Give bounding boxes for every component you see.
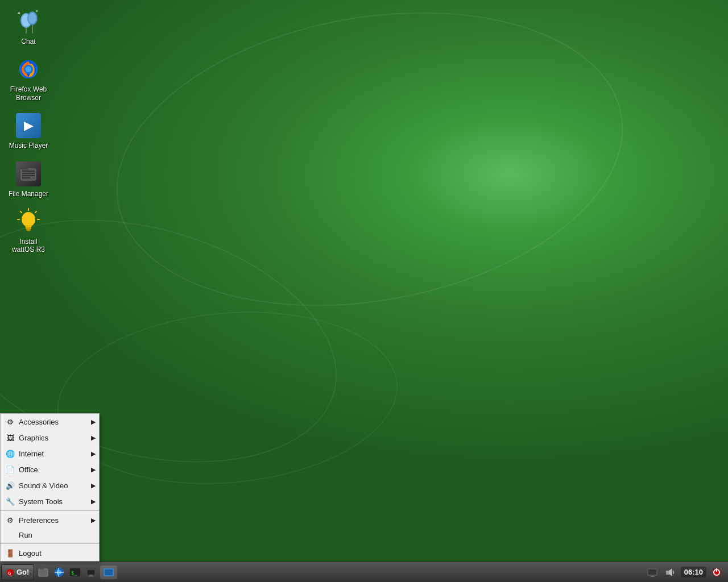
svg-rect-16	[22, 175, 35, 176]
internet-label: Internet	[19, 450, 44, 458]
accessories-icon: ⚙	[5, 417, 15, 427]
graphics-icon: 🖼	[5, 433, 15, 443]
clock-display: 06:10	[681, 567, 706, 577]
svg-rect-44	[648, 569, 656, 575]
desktop-icon-file-manager[interactable]: File Manager	[6, 158, 51, 200]
menu-item-office[interactable]: 📄 Office ▶	[1, 462, 99, 477]
taskbar-icon-app[interactable]	[100, 566, 117, 579]
svg-point-3	[28, 13, 36, 24]
firefox-icon	[15, 56, 42, 83]
preferences-icon: ⚙	[5, 515, 15, 525]
desktop-icon-music-player[interactable]: Music Player	[6, 110, 51, 152]
sound-video-arrow: ▶	[91, 482, 96, 489]
office-label: Office	[19, 465, 38, 474]
desktop-icons-area: ✦ ✦ · Chat Firefox Web Brow	[0, 0, 57, 268]
go-button[interactable]: G Go!	[1, 564, 34, 580]
install-wattos-icon-label: Install wattOS R3	[8, 238, 49, 254]
svg-rect-17	[22, 177, 30, 178]
go-button-icon: G	[6, 568, 14, 576]
taskbar-icon-browser[interactable]	[52, 566, 66, 579]
system-tools-arrow: ▶	[91, 498, 96, 505]
install-wattos-icon	[15, 208, 42, 235]
menu-item-preferences[interactable]: ⚙ Preferences ▶	[1, 512, 99, 528]
svg-text:✦: ✦	[35, 9, 39, 13]
system-tools-label: System Tools	[19, 497, 63, 506]
menu-item-system-tools[interactable]: 🔧 System Tools ▶	[1, 493, 99, 509]
menu-item-graphics[interactable]: 🖼 Graphics ▶	[1, 430, 99, 446]
svg-rect-42	[105, 569, 113, 575]
svg-rect-15	[22, 173, 35, 174]
firefox-icon-label: Firefox Web Browser	[8, 85, 49, 102]
svg-text:✦: ✦	[17, 11, 21, 16]
svg-text:$_: $_	[71, 570, 77, 576]
svg-rect-22	[27, 230, 30, 231]
preferences-arrow: ▶	[91, 517, 96, 524]
taskbar-icon-power[interactable]	[710, 566, 723, 579]
menu-item-accessories[interactable]: ⚙ Accessories ▶	[1, 414, 99, 430]
accessories-arrow: ▶	[91, 418, 96, 426]
svg-text:·: ·	[23, 10, 24, 13]
menu-item-run[interactable]: Run	[1, 528, 99, 542]
music-player-icon-label: Music Player	[9, 142, 48, 149]
system-tools-icon: 🔧	[5, 496, 15, 506]
graphics-arrow: ▶	[91, 434, 96, 442]
graphics-label: Graphics	[19, 434, 48, 442]
menu-divider-1	[1, 510, 99, 511]
context-menu: ⚙ Accessories ▶ 🖼 Graphics ▶ 🌐 Internet …	[0, 413, 100, 562]
desktop: ✦ ✦ · Chat Firefox Web Brow	[0, 0, 728, 582]
desktop-icon-firefox[interactable]: Firefox Web Browser	[6, 53, 51, 104]
sound-video-icon: 🔊	[5, 480, 15, 490]
accessories-label: Accessories	[19, 418, 59, 426]
go-button-label: Go!	[16, 568, 29, 576]
svg-point-11	[26, 66, 31, 72]
taskbar: G Go! $_	[0, 562, 728, 582]
logout-label: Logout	[19, 549, 42, 558]
desktop-icon-chat[interactable]: ✦ ✦ · Chat	[6, 6, 51, 48]
logout-icon: 🚪	[5, 548, 15, 558]
svg-rect-18	[21, 167, 28, 169]
menu-item-sound-video[interactable]: 🔊 Sound & Video ▶	[1, 477, 99, 493]
svg-point-19	[22, 212, 35, 227]
svg-rect-38	[88, 570, 94, 575]
svg-rect-20	[26, 227, 31, 229]
internet-icon: 🌐	[5, 448, 15, 459]
taskbar-icon-network[interactable]	[84, 566, 98, 579]
svg-line-25	[20, 211, 22, 213]
taskbar-right: 06:10	[644, 566, 728, 579]
menu-item-internet[interactable]: 🌐 Internet ▶	[1, 446, 99, 462]
svg-rect-30	[39, 569, 48, 576]
svg-marker-48	[669, 568, 672, 576]
svg-line-24	[35, 211, 36, 213]
taskbar-icon-terminal[interactable]: $_	[68, 566, 82, 579]
menu-item-logout[interactable]: 🚪 Logout	[1, 545, 99, 561]
office-icon: 📄	[5, 464, 15, 475]
svg-rect-47	[666, 571, 669, 575]
svg-rect-14	[22, 171, 35, 172]
desktop-icon-install-wattos[interactable]: Install wattOS R3	[6, 206, 51, 256]
run-label: Run	[19, 531, 32, 539]
svg-rect-32	[40, 568, 44, 569]
svg-rect-40	[89, 576, 93, 577]
svg-rect-46	[650, 576, 655, 577]
chat-icon: ✦ ✦ ·	[15, 8, 42, 35]
sound-video-label: Sound & Video	[19, 481, 68, 490]
file-manager-icon-label: File Manager	[9, 190, 48, 198]
chat-icon-label: Chat	[21, 38, 35, 45]
menu-divider-2	[1, 543, 99, 544]
taskbar-icon-sound[interactable]	[664, 566, 677, 579]
music-player-icon	[15, 112, 42, 139]
file-manager-icon	[15, 160, 42, 188]
preferences-label: Preferences	[19, 516, 59, 525]
svg-text:G: G	[8, 571, 11, 575]
internet-arrow: ▶	[91, 450, 96, 458]
taskbar-icon-display[interactable]	[646, 566, 659, 579]
svg-rect-51	[716, 568, 717, 572]
office-arrow: ▶	[91, 466, 96, 473]
taskbar-icon-files[interactable]	[36, 566, 50, 579]
